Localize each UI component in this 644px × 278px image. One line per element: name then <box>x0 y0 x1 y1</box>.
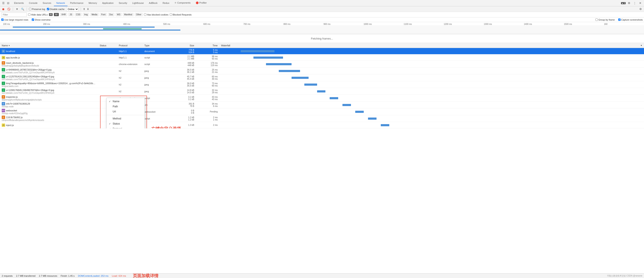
waterfall-bar <box>254 57 283 59</box>
table-row[interactable]: I u=94996843,1878572032&fm=26&gp=0.jpg s… <box>0 68 644 74</box>
use-large-rows-checkbox[interactable]: Use large request rows <box>1 18 28 21</box>
tab-memory[interactable]: Memory <box>86 0 100 6</box>
ctx-protocol[interactable]: ✓Protocol <box>107 126 144 128</box>
tab-redux[interactable]: Redux <box>160 0 172 6</box>
blocked-requests-checkbox[interactable]: Blocked Requests <box>170 13 192 16</box>
filter-all[interactable]: All <box>54 13 59 16</box>
has-blocked-cookies-checkbox[interactable]: Has blocked cookies <box>144 13 168 16</box>
filter-xhr[interactable]: XHR <box>60 13 67 16</box>
waterfall-bar <box>381 124 389 126</box>
table-row[interactable]: I u=1208176849,158496783?&fm=26&gp=0.jpg… <box>0 88 644 95</box>
td-name: E inspector.js dbjbemp|jhcmhlfpfacalomon… <box>0 95 98 101</box>
tab-security[interactable]: Security <box>116 0 130 6</box>
tab-components[interactable]: ⚛ Components <box>172 0 193 6</box>
tab-elements[interactable]: Elements <box>12 0 26 6</box>
timeline-area: 100 ms 200 ms 300 ms 400 ms 500 ms 600 m… <box>0 22 644 34</box>
ctx-path[interactable]: Path <box>107 104 144 109</box>
row-icon-doc: D <box>2 49 5 53</box>
td-status <box>98 68 117 74</box>
preserve-log-checkbox[interactable]: Preserve log <box>29 8 45 10</box>
row-name: app.bundle.js <box>6 56 20 59</box>
network-settings-icon[interactable]: ⚙ <box>638 7 643 11</box>
table-row[interactable]: I u=1125791419,1561105245&fm=26&gp=0.jpg… <box>0 74 644 81</box>
table-row[interactable]: E 118.fb73b062.js cdnpnmffkdanalknpeeecm… <box>0 115 644 122</box>
filter-media[interactable]: Media <box>90 13 98 16</box>
clear-button[interactable]: 🚫 <box>7 7 11 11</box>
ctx-method[interactable]: Method <box>107 116 144 121</box>
table-row[interactable]: JS app.bundle.js http/1.1 script 2.1 MB … <box>0 54 644 61</box>
show-overview-checkbox[interactable]: Show overview <box>32 18 50 21</box>
tab-profiler[interactable]: 🔴 Profiler <box>193 0 209 6</box>
tab-adblock[interactable]: AdBlock <box>146 0 160 6</box>
row-name: react_devtools_backend.js <box>6 62 34 64</box>
filter-input[interactable] <box>1 12 27 17</box>
td-size: 0 B 0 B <box>168 108 196 115</box>
tab-performance[interactable]: Performance <box>68 0 86 6</box>
filter-img[interactable]: Img <box>83 13 89 16</box>
th-protocol[interactable]: Protocol <box>117 44 143 47</box>
th-type[interactable]: Type <box>143 44 168 47</box>
th-time[interactable]: Time <box>196 44 219 47</box>
row-name: u=94996843,1878572032&fm=26&gp=0.jpg <box>6 68 52 71</box>
table-row[interactable]: D localhost http/1.1 document 776 B 524 … <box>0 48 644 54</box>
td-type: document <box>143 48 168 54</box>
ctx-status[interactable]: ✓Status <box>107 121 144 126</box>
td-size: 3.1 kB 3.1 kB <box>168 95 196 101</box>
ctx-name[interactable]: ✓Name <box>107 99 144 104</box>
th-name[interactable]: Name <box>0 44 98 47</box>
td-protocol: h2 <box>117 74 143 81</box>
th-size[interactable]: Size <box>168 44 196 47</box>
row-path: dbjbemp|jhcmhlfpfacalomonjpalpko/scripts <box>2 99 42 101</box>
dock-icon[interactable]: ⊟ <box>6 1 10 5</box>
sort-desc-icon: ▼ <box>640 44 642 47</box>
search-icon[interactable]: 🔍 <box>21 7 24 11</box>
th-waterfall[interactable]: Waterfall ▼ <box>219 44 644 47</box>
filter-other[interactable]: Other <box>135 13 143 16</box>
group-by-frame-checkbox[interactable]: Group by frame <box>596 18 614 21</box>
record-button[interactable]: ⏺ <box>1 7 5 11</box>
table-row[interactable]: D info?t=1608791069129 /sockjs-node http… <box>0 102 644 108</box>
context-menu[interactable]: ✓Name Path Url Method ✓Status ✓Protocol … <box>106 98 145 128</box>
filter-font[interactable]: Font <box>100 13 107 16</box>
row-path: fmkadmapgofadoplbjfkapdkoienihi/build <box>2 65 39 67</box>
settings-icon[interactable]: ⚙ <box>627 1 631 5</box>
row-name: u=1208176849,158496783?&fm=26&gp=0.jpg <box>6 89 54 91</box>
table-row[interactable]: JS inject.js 1.3 kB 2 ms <box>0 122 644 128</box>
table-row[interactable]: E react_devtools_backend.js fmkadmapgofa… <box>0 61 644 68</box>
tab-lighthouse[interactable]: Lighthouse <box>130 0 146 6</box>
table-row[interactable]: E inspector.js dbjbemp|jhcmhlfpfacalomon… <box>0 95 644 102</box>
td-waterfall <box>219 81 644 88</box>
tab-application[interactable]: Application <box>100 0 116 6</box>
tab-console[interactable]: Console <box>26 0 40 6</box>
td-time: 98 ms 93 ms <box>196 54 219 61</box>
import-icon[interactable]: ⬆ <box>83 8 85 11</box>
tab-network[interactable]: Network <box>54 0 68 6</box>
hide-data-urls-checkbox[interactable]: Hide data URLs <box>28 13 48 16</box>
row-name: inspector.js <box>6 96 18 98</box>
throttling-select[interactable]: Online <box>66 7 78 11</box>
export-icon[interactable]: ⬇ <box>87 8 89 11</box>
td-size: 45.7 kB 45.4 kB <box>168 74 196 81</box>
filter-css[interactable]: CSS <box>75 13 82 16</box>
td-waterfall <box>219 74 644 81</box>
disable-cache-checkbox[interactable]: Disable cache <box>47 8 64 10</box>
filter-icon[interactable]: ▼ <box>15 7 19 11</box>
table-row[interactable]: I timg?image&quality=80&size=b9999_10000… <box>0 81 644 88</box>
waterfall-bar <box>355 111 364 113</box>
more-icon[interactable]: ⋮ <box>632 1 637 5</box>
row-icon-img: I <box>2 88 5 92</box>
filter-ws[interactable]: WS <box>116 13 122 16</box>
close-devtools-icon[interactable]: ✕ <box>638 1 642 5</box>
filter-js[interactable]: JS <box>68 13 74 16</box>
td-name: D localhost <box>0 48 98 54</box>
devtools-menu-icon[interactable]: ☰ <box>1 1 6 5</box>
filter-doc[interactable]: Doc <box>108 13 114 16</box>
filter-manifest[interactable]: Manifest <box>123 13 134 16</box>
th-status[interactable]: Status <box>98 44 117 47</box>
td-time: 5 ms 3 ms <box>196 48 219 54</box>
tab-sources[interactable]: Sources <box>40 0 54 6</box>
ctx-url[interactable]: Url <box>107 109 144 114</box>
waterfall-bar <box>317 90 326 92</box>
capture-screenshots-checkbox[interactable]: Capture screenshots <box>618 18 643 21</box>
table-row[interactable]: WS websocket /sockjs-node/415/w1pg0l3g w… <box>0 108 644 115</box>
